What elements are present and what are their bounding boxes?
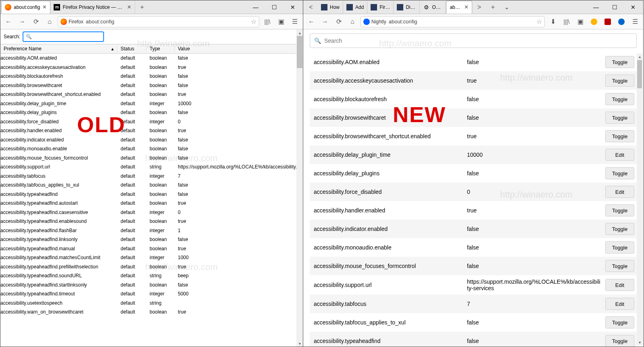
downloads-button[interactable]: ⬇ xyxy=(547,16,559,27)
new-tab-button[interactable]: + xyxy=(135,1,149,14)
header-preference-name[interactable]: Preference Name▴ xyxy=(0,46,117,52)
toggle-button[interactable]: Toggle xyxy=(605,75,634,87)
maximize-button[interactable]: ☐ xyxy=(265,1,283,14)
header-value[interactable]: Value xyxy=(175,46,303,52)
table-row[interactable]: accessibility.browsewithcaret_shortcut.e… xyxy=(0,90,303,99)
list-item[interactable]: accessibility.delay_plugin_time10000Edit xyxy=(310,145,637,164)
table-row[interactable]: accessibility.typeaheadfind.startlinkson… xyxy=(0,281,303,290)
tab-options[interactable]: ⚙Option xyxy=(420,1,446,14)
tab-aboutconfig[interactable]: about:✕ xyxy=(446,1,472,14)
extension-ublock[interactable] xyxy=(602,16,613,27)
toggle-button[interactable]: Toggle xyxy=(605,316,634,328)
table-row[interactable]: accessibility.tabfocus_applies_to_xuldef… xyxy=(0,181,303,190)
close-icon[interactable]: ✕ xyxy=(464,4,469,10)
scroll-thumb[interactable] xyxy=(637,60,642,88)
table-row[interactable]: accessibility.handler.enableddefaultbool… xyxy=(0,126,303,135)
header-status[interactable]: Status xyxy=(117,46,146,52)
scroll-up-icon[interactable]: ▴ xyxy=(637,54,642,59)
preferences-list[interactable]: accessibility.AOM.enabledfalseToggleacce… xyxy=(310,53,637,347)
tab-scroll-left[interactable]: < xyxy=(304,1,318,14)
tab-add[interactable]: Add xyxy=(343,1,367,14)
maximize-button[interactable]: ☐ xyxy=(605,1,624,14)
preferences-table[interactable]: accessibility.AOM.enableddefaultbooleanf… xyxy=(0,54,303,347)
url-bar[interactable]: Firefox about:config ☆ xyxy=(58,16,259,27)
list-item[interactable]: accessibility.accesskeycausesactivationt… xyxy=(310,71,637,90)
close-icon[interactable]: ✕ xyxy=(127,4,131,10)
identity-box[interactable]: Firefox xyxy=(60,19,83,25)
library-button[interactable]: |||\ xyxy=(561,16,572,27)
close-button[interactable]: ✕ xyxy=(283,1,302,14)
vertical-scrollbar[interactable]: ▴ ▾ xyxy=(637,54,642,345)
search-input[interactable] xyxy=(23,31,104,42)
search-bar[interactable]: 🔍 xyxy=(310,33,637,48)
all-tabs-button[interactable]: ⌄ xyxy=(500,1,513,14)
back-button[interactable]: ← xyxy=(306,16,317,27)
close-icon[interactable]: ✕ xyxy=(42,4,47,10)
menu-button[interactable]: ☰ xyxy=(629,16,641,27)
identity-box[interactable]: Nightly xyxy=(363,19,386,25)
list-item[interactable]: accessibility.AOM.enabledfalseToggle xyxy=(310,53,637,71)
table-row[interactable]: accessibility.delay_plugin_timedefaultin… xyxy=(0,99,303,108)
scroll-thumb[interactable] xyxy=(297,36,302,68)
tab-how[interactable]: How xyxy=(318,1,343,14)
table-row[interactable]: accessibility.force_disableddefaultinteg… xyxy=(0,117,303,127)
search-input[interactable] xyxy=(324,37,632,44)
list-item[interactable]: accessibility.indicator.enabledfalseTogg… xyxy=(310,220,637,238)
scroll-up-icon[interactable]: ▴ xyxy=(296,29,303,36)
table-row[interactable]: accessibility.typeaheadfind.linksonlydef… xyxy=(0,235,303,244)
edit-button[interactable]: Edit xyxy=(605,298,634,310)
table-row[interactable]: accessibility.monoaudio.enabledefaultboo… xyxy=(0,144,303,154)
edit-button[interactable]: Edit xyxy=(605,279,634,291)
vertical-scrollbar[interactable]: ▴ ▾ xyxy=(296,29,303,347)
list-item[interactable]: accessibility.tabfocus7Edit xyxy=(310,295,637,313)
table-row[interactable]: accessibility.warn_on_browsewithcaretdef… xyxy=(0,308,303,317)
toggle-button[interactable]: Toggle xyxy=(605,204,634,216)
toggle-button[interactable]: Toggle xyxy=(605,335,634,347)
bookmark-star-icon[interactable]: ☆ xyxy=(536,18,542,25)
table-row[interactable]: accessibility.typeaheadfind.timeoutdefau… xyxy=(0,289,303,299)
list-item[interactable]: accessibility.force_disabled0Edit xyxy=(310,183,637,201)
list-item[interactable]: accessibility.monoaudio.enablefalseToggl… xyxy=(310,238,637,257)
toggle-button[interactable]: Toggle xyxy=(605,223,634,235)
table-row[interactable]: accessibility.mouse_focuses_formcontrold… xyxy=(0,154,303,163)
table-row[interactable]: accessibility.accesskeycausesactivationd… xyxy=(0,63,303,72)
url-bar[interactable]: Nightly about:config ☆ xyxy=(361,16,545,27)
scroll-down-icon[interactable]: ▾ xyxy=(296,340,303,347)
edit-button[interactable]: Edit xyxy=(605,149,634,161)
list-item[interactable]: accessibility.typeaheadfindfalseToggle xyxy=(310,332,637,347)
tab-aboutconfig[interactable]: about:config ✕ xyxy=(1,1,50,14)
table-row[interactable]: accessibility.typeaheadfind.flashBardefa… xyxy=(0,226,303,235)
extension-privacy[interactable] xyxy=(616,16,627,27)
table-row[interactable]: accessibility.typeaheadfind.casesensitiv… xyxy=(0,208,303,217)
header-type[interactable]: Type xyxy=(146,46,175,52)
minimize-button[interactable]: — xyxy=(587,1,605,14)
back-button[interactable]: ← xyxy=(3,16,14,27)
extension-1[interactable] xyxy=(588,16,600,27)
bookmark-star-icon[interactable]: ☆ xyxy=(251,18,256,25)
table-row[interactable]: accessibility.blockautorefreshdefaultboo… xyxy=(0,72,303,81)
table-row[interactable]: accessibility.indicator.enableddefaultbo… xyxy=(0,135,303,145)
home-button[interactable]: ⌂ xyxy=(44,16,55,27)
forward-button[interactable]: → xyxy=(319,16,331,27)
list-item[interactable]: accessibility.delay_pluginsfalseToggle xyxy=(310,164,637,183)
table-row[interactable]: accessibility.browsewithcaretdefaultbool… xyxy=(0,81,303,90)
reload-button[interactable]: ⟳ xyxy=(333,16,344,27)
list-item[interactable]: accessibility.blockautorefreshfalseToggl… xyxy=(310,90,637,108)
table-row[interactable]: accessibility.typeaheadfinddefaultboolea… xyxy=(0,190,303,199)
new-tab-button[interactable]: + xyxy=(486,1,500,14)
list-item[interactable]: accessibility.mouse_focuses_formcontrolf… xyxy=(310,257,637,275)
list-item[interactable]: accessibility.browsewithcaretfalseToggle xyxy=(310,108,637,127)
toggle-button[interactable]: Toggle xyxy=(605,130,634,142)
scroll-down-icon[interactable]: ▾ xyxy=(637,339,642,345)
table-row[interactable]: accessibility.typeaheadfind.soundURLdefa… xyxy=(0,271,303,281)
table-row[interactable]: accessibility.typeaheadfind.enablesoundd… xyxy=(0,217,303,226)
minimize-button[interactable]: — xyxy=(246,1,265,14)
menu-button[interactable]: ☰ xyxy=(289,16,300,27)
sidebar-button[interactable]: ▣ xyxy=(275,16,287,27)
close-button[interactable]: ✕ xyxy=(624,1,642,14)
table-row[interactable]: accessibility.AOM.enableddefaultbooleanf… xyxy=(0,54,303,63)
table-row[interactable]: accessibility.typeaheadfind.manualdefaul… xyxy=(0,244,303,253)
list-item[interactable]: accessibility.tabfocus_applies_to_xulfal… xyxy=(310,313,637,332)
edit-button[interactable]: Edit xyxy=(605,186,634,198)
table-row[interactable]: accessibility.delay_pluginsdefaultboolea… xyxy=(0,108,303,117)
